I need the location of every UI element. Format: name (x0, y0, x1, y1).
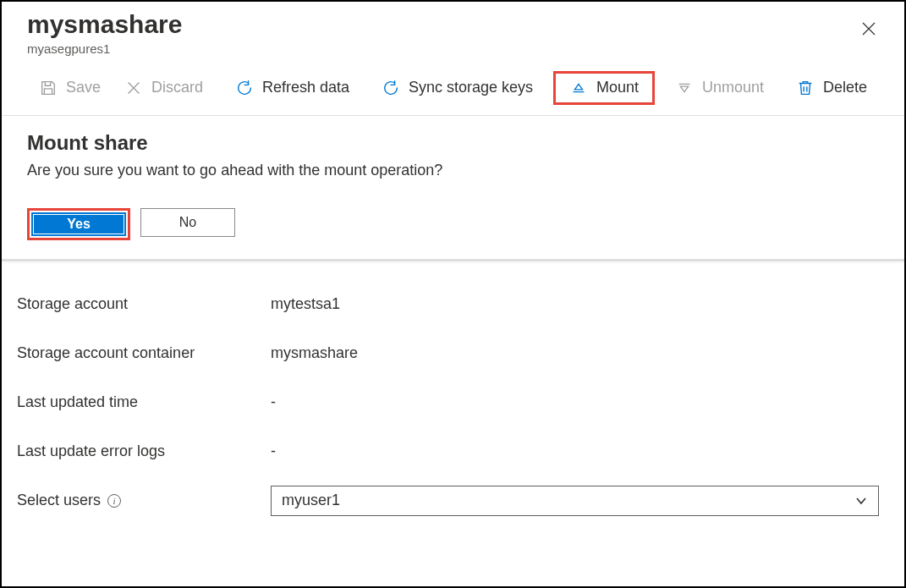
select-users-label: Select users i (17, 492, 271, 509)
chevron-down-icon (854, 494, 868, 508)
delete-icon (796, 79, 815, 97)
row-select-users: Select users i myuser1 (17, 476, 879, 525)
mount-share-panel: Mount share Are you sure you want to go … (2, 116, 904, 261)
details-form: Storage account mytestsa1 Storage accoun… (2, 261, 904, 525)
mount-button[interactable]: Mount (553, 71, 655, 105)
page-subtitle: myasegpures1 (27, 41, 879, 56)
storage-account-value: mytestsa1 (271, 295, 879, 313)
panel-message: Are you sure you want to go ahead with t… (27, 162, 879, 179)
delete-button[interactable]: Delete (784, 74, 879, 102)
page-title: mysmashare (27, 10, 879, 40)
discard-label: Discard (151, 79, 203, 96)
refresh-label: Refresh data (262, 79, 349, 96)
sync-button[interactable]: Sync storage keys (370, 74, 545, 102)
info-icon[interactable]: i (107, 494, 121, 508)
yes-button-highlight: Yes (27, 208, 130, 240)
select-users-value: myuser1 (282, 492, 340, 509)
error-logs-label: Last update error logs (17, 442, 271, 460)
mount-icon (569, 79, 588, 97)
close-icon (861, 21, 876, 36)
select-users-label-text: Select users (17, 492, 101, 509)
row-storage-container: Storage account container mysmashare (17, 329, 879, 378)
row-last-updated: Last updated time - (17, 378, 879, 427)
storage-container-label: Storage account container (17, 344, 271, 362)
unmount-icon (675, 79, 694, 97)
blade-header: mysmashare myasegpures1 (2, 2, 904, 56)
refresh-icon (235, 79, 254, 97)
sync-icon (382, 79, 400, 97)
storage-account-label: Storage account (17, 295, 271, 313)
unmount-button: Unmount (663, 74, 776, 102)
last-updated-label: Last updated time (17, 393, 271, 411)
row-storage-account: Storage account mytestsa1 (17, 280, 879, 329)
last-updated-value: - (271, 393, 879, 411)
save-icon (39, 79, 58, 97)
row-error-logs: Last update error logs - (17, 427, 879, 476)
select-users-dropdown[interactable]: myuser1 (271, 486, 879, 516)
save-label: Save (66, 79, 101, 96)
refresh-button[interactable]: Refresh data (223, 74, 361, 102)
storage-container-value: mysmashare (271, 344, 879, 362)
error-logs-value: - (271, 442, 879, 460)
discard-button: Discard (113, 74, 215, 102)
discard-icon (124, 79, 143, 97)
panel-button-row: Yes No (27, 208, 879, 240)
close-button[interactable] (857, 17, 881, 41)
no-button[interactable]: No (140, 208, 235, 237)
unmount-label: Unmount (702, 79, 764, 96)
yes-button[interactable]: Yes (31, 212, 126, 236)
save-button: Save (27, 74, 113, 102)
mount-label: Mount (596, 79, 639, 96)
sync-label: Sync storage keys (409, 79, 533, 96)
panel-title: Mount share (27, 131, 879, 155)
delete-label: Delete (823, 79, 867, 96)
command-bar: Save Discard Refresh data Sync storage k… (2, 56, 904, 116)
